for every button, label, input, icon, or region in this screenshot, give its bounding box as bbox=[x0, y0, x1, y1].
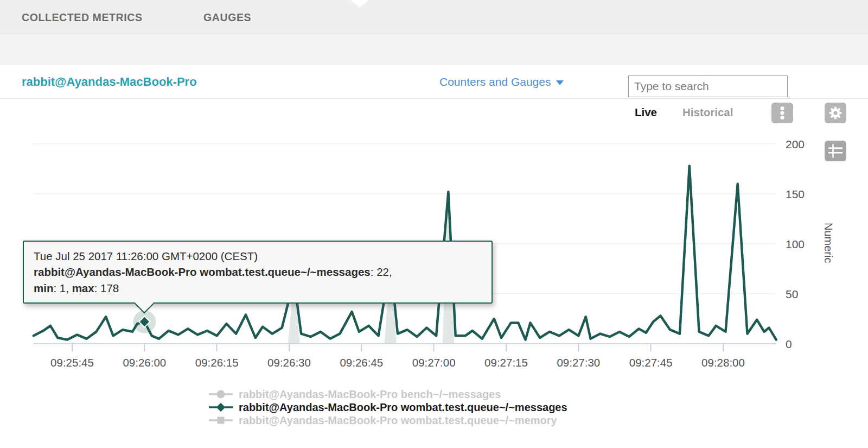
y-axis-labels: 050100150200 bbox=[786, 138, 805, 350]
legend-item-label: rabbit@Ayandas-MacBook-Pro bench~/~messa… bbox=[239, 388, 501, 401]
tab-collected-metrics[interactable]: COLLECTED METRICS bbox=[22, 0, 143, 34]
tabs-bar: COLLECTED METRICS GAUGES bbox=[0, 0, 868, 34]
svg-text:150: 150 bbox=[786, 188, 805, 200]
node-title: rabbit@Ayandas-MacBook-Pro bbox=[22, 65, 197, 99]
tooltip-timestamp: Tue Jul 25 2017 11:26:00 GMT+0200 (CEST) bbox=[34, 248, 482, 264]
tab-gauges[interactable]: GAUGES bbox=[203, 0, 251, 34]
chart-header: rabbit@Ayandas-MacBook-Pro Counters and … bbox=[0, 65, 868, 99]
svg-text:09:25:45: 09:25:45 bbox=[50, 356, 94, 369]
chart-toolbar: Live Historical bbox=[0, 99, 868, 128]
legend-item-0[interactable]: rabbit@Ayandas-MacBook-Pro bench~/~messa… bbox=[208, 388, 567, 401]
svg-text:09:26:15: 09:26:15 bbox=[195, 356, 239, 369]
svg-text:0: 0 bbox=[786, 338, 792, 350]
svg-text:50: 50 bbox=[786, 288, 798, 300]
svg-text:100: 100 bbox=[786, 238, 805, 250]
toggle-live[interactable]: Live bbox=[635, 99, 657, 128]
svg-text:09:27:00: 09:27:00 bbox=[412, 356, 456, 369]
tooltip-series-line: rabbit@Ayandas-MacBook-Pro wombat.test.q… bbox=[34, 264, 482, 280]
kebab-menu-button[interactable] bbox=[771, 103, 793, 123]
legend-marker-circle-icon bbox=[208, 388, 233, 400]
legend-item-label: rabbit@Ayandas-MacBook-Pro wombat.test.q… bbox=[239, 401, 567, 414]
sub-strip bbox=[0, 34, 868, 65]
settings-button[interactable] bbox=[825, 103, 846, 123]
legend-item-label: rabbit@Ayandas-MacBook-Pro wombat.test.q… bbox=[239, 414, 557, 427]
legend-marker-square-icon bbox=[208, 414, 233, 426]
svg-text:200: 200 bbox=[786, 138, 805, 150]
svg-text:09:28:00: 09:28:00 bbox=[701, 356, 745, 369]
metric-type-dropdown-label: Counters and Gauges bbox=[439, 75, 551, 88]
svg-text:09:26:45: 09:26:45 bbox=[340, 356, 383, 369]
top-notch-pointer bbox=[350, 0, 369, 8]
chevron-down-icon bbox=[556, 80, 564, 85]
kebab-menu-icon bbox=[771, 103, 793, 123]
metric-type-dropdown[interactable]: Counters and Gauges bbox=[439, 65, 564, 99]
chart-tooltip: Tue Jul 25 2017 11:26:00 GMT+0200 (CEST)… bbox=[23, 241, 493, 304]
x-axis: 09:25:4509:26:0009:26:1509:26:3009:26:45… bbox=[50, 344, 745, 369]
legend-item-2[interactable]: rabbit@Ayandas-MacBook-Pro wombat.test.q… bbox=[208, 414, 567, 427]
metrics-explorer-window: COLLECTED METRICS GAUGES rabbit@Ayandas-… bbox=[0, 0, 868, 448]
svg-text:09:26:00: 09:26:00 bbox=[123, 356, 166, 369]
svg-text:09:26:30: 09:26:30 bbox=[267, 356, 311, 369]
tooltip-minmax-line: min: 1, max: 178 bbox=[34, 280, 482, 296]
svg-text:09:27:45: 09:27:45 bbox=[629, 356, 673, 369]
legend-item-1[interactable]: rabbit@Ayandas-MacBook-Pro wombat.test.q… bbox=[208, 401, 567, 414]
legend-marker-diamond-icon bbox=[208, 401, 233, 413]
gear-icon bbox=[825, 103, 846, 123]
search-input[interactable] bbox=[628, 75, 788, 97]
svg-text:09:27:30: 09:27:30 bbox=[557, 356, 600, 369]
chart-legend: rabbit@Ayandas-MacBook-Pro bench~/~messa… bbox=[208, 388, 567, 427]
y-axis-title: Numeric bbox=[818, 199, 834, 286]
toggle-historical[interactable]: Historical bbox=[682, 99, 733, 128]
svg-text:09:27:15: 09:27:15 bbox=[484, 356, 528, 369]
